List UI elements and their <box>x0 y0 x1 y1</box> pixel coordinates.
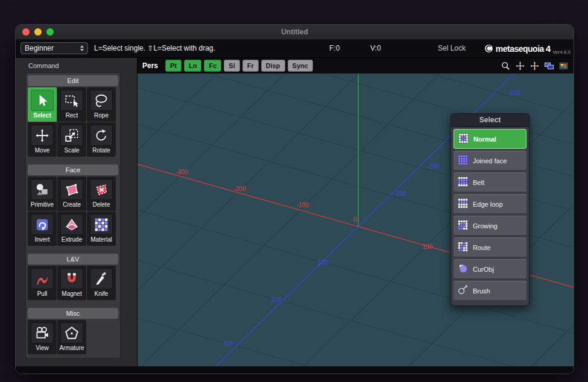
tool-label: Magnet <box>62 290 81 297</box>
toggle-fr[interactable]: Fr <box>242 60 259 72</box>
tool-label: Rope <box>94 112 109 119</box>
viewport: Pers PtLnFcSiFrDispSync -300-200-1000100… <box>138 58 574 366</box>
viewport-canvas[interactable]: -300-200-1000100-500-200-100100200300 Se… <box>138 74 574 366</box>
toggle-sync[interactable]: Sync <box>288 60 313 72</box>
tool-label: Invert <box>34 236 49 243</box>
select-mode-route[interactable]: Route <box>454 237 526 257</box>
view-mode-label[interactable]: Pers <box>142 61 158 70</box>
content-area: Command EditSelectRectRopeMoveScaleRotat… <box>16 58 574 366</box>
tool-armature[interactable]: Armature <box>57 320 86 354</box>
select-mode-joined-face[interactable]: Joined face <box>454 151 526 171</box>
tool-label: Move <box>35 147 49 154</box>
select-mode-edge-loop[interactable]: Edge loop <box>454 194 526 214</box>
select-mode-growing[interactable]: Growing <box>454 216 526 236</box>
tool-pull[interactable]: Pull <box>28 266 57 300</box>
face-count: F:0 <box>329 40 340 57</box>
section-face: FacePrimitiveCreateDeleteInvertExtrudeMa… <box>28 164 118 246</box>
mode-dropdown-value: Beginner <box>25 44 54 52</box>
section-header-l-v: L&V <box>28 254 118 265</box>
titlebar: Untitled <box>16 25 574 40</box>
tool-label: Scale <box>64 147 79 154</box>
hint-text: L=Select single. ⇧L=Select with drag. <box>94 40 215 57</box>
move-icon <box>31 125 54 146</box>
knife-icon <box>90 268 113 289</box>
toggle-pt[interactable]: Pt <box>165 60 182 72</box>
mode-dropdown[interactable]: Beginner <box>21 42 88 54</box>
curobj-icon <box>457 263 469 275</box>
zoom-button[interactable] <box>46 28 54 36</box>
viewports-icon[interactable] <box>544 61 554 71</box>
select-mode-brush[interactable]: Brush <box>454 281 526 301</box>
minimize-button[interactable] <box>34 28 42 36</box>
command-panel-title: Command <box>28 62 137 69</box>
display-toggles: PtLnFcSiFrDispSync <box>165 60 313 72</box>
pan-icon[interactable] <box>515 61 525 71</box>
tool-invert[interactable]: Invert <box>28 211 57 246</box>
tool-extrude[interactable]: Extrude <box>57 211 86 246</box>
app-window: Untitled Beginner L=Select single. ⇧L=Se… <box>15 24 574 374</box>
svg-text:-500: -500 <box>508 90 520 96</box>
select-mode-belt[interactable]: Belt <box>454 172 526 192</box>
select-mode-label: Edge loop <box>473 201 503 208</box>
svg-text:200: 200 <box>271 296 282 303</box>
close-button[interactable] <box>22 28 30 36</box>
tool-sections: EditSelectRectRopeMoveScaleRotateFacePri… <box>25 72 121 359</box>
section-edit: EditSelectRectRopeMoveScaleRotate <box>28 75 118 157</box>
tool-rotate[interactable]: Rotate <box>87 122 116 157</box>
view-icon <box>31 322 54 343</box>
rect-select-icon <box>60 90 83 111</box>
tool-delete[interactable]: Delete <box>87 177 116 211</box>
select-mode-label: Normal <box>473 136 496 143</box>
primitive-icon <box>31 179 54 200</box>
tool-view[interactable]: View <box>28 320 57 354</box>
select-panel-header[interactable]: Select <box>451 114 529 127</box>
select-mode-label: Growing <box>473 222 498 230</box>
tool-scale[interactable]: Scale <box>57 122 86 157</box>
tool-select[interactable]: Select <box>28 87 57 122</box>
create-icon <box>60 179 83 200</box>
grid-route-icon <box>457 241 469 254</box>
toggle-si[interactable]: Si <box>224 60 239 72</box>
tool-create[interactable]: Create <box>57 177 86 211</box>
tool-material[interactable]: Material <box>87 211 116 246</box>
tool-move[interactable]: Move <box>28 122 57 157</box>
toggle-disp[interactable]: Disp <box>261 60 285 72</box>
select-mode-normal[interactable]: Normal <box>454 129 526 149</box>
svg-text:-200: -200 <box>233 186 245 192</box>
grid-joined-icon <box>457 154 469 167</box>
section-header-face: Face <box>28 164 118 175</box>
magnet-icon <box>60 268 83 289</box>
tool-label: Primitive <box>31 201 54 208</box>
tool-rect[interactable]: Rect <box>57 87 86 122</box>
tool-magnet[interactable]: Magnet <box>57 266 86 300</box>
section-misc: MiscViewArmature <box>28 308 118 354</box>
sel-lock-toggle[interactable]: Sel Lock <box>438 40 466 57</box>
tool-label: Create <box>63 201 81 208</box>
pull-icon <box>31 268 54 289</box>
select-mode-label: Belt <box>473 179 484 186</box>
toggle-fc[interactable]: Fc <box>204 60 221 72</box>
toggle-ln[interactable]: Ln <box>184 60 201 72</box>
vertex-count: V:0 <box>370 40 381 57</box>
tool-knife[interactable]: Knife <box>87 266 116 300</box>
svg-text:300: 300 <box>223 340 233 347</box>
metasequoia-logo-icon <box>484 43 494 54</box>
grid-normal-icon <box>458 133 469 145</box>
scale-icon <box>60 125 83 146</box>
search-icon[interactable] <box>501 61 511 71</box>
extrude-icon <box>60 214 83 235</box>
tool-rope[interactable]: Rope <box>87 87 116 122</box>
dropdown-arrows-icon <box>80 45 84 51</box>
orbit-icon[interactable] <box>530 61 540 71</box>
material-icon <box>90 214 113 235</box>
main-toolbar: Beginner L=Select single. ⇧L=Select with… <box>16 40 574 58</box>
colors-icon[interactable] <box>558 61 569 71</box>
svg-text:-200: -200 <box>427 163 439 170</box>
select-panel-rows: NormalJoined faceBeltEdge loopGrowingRou… <box>451 129 529 301</box>
tool-label: Delete <box>93 201 110 208</box>
invert-icon <box>31 214 54 235</box>
tool-primitive[interactable]: Primitive <box>28 177 57 211</box>
section-header-edit: Edit <box>28 75 118 86</box>
select-mode-curobj[interactable]: CurObj <box>454 259 526 279</box>
tool-label: Pull <box>37 290 48 297</box>
